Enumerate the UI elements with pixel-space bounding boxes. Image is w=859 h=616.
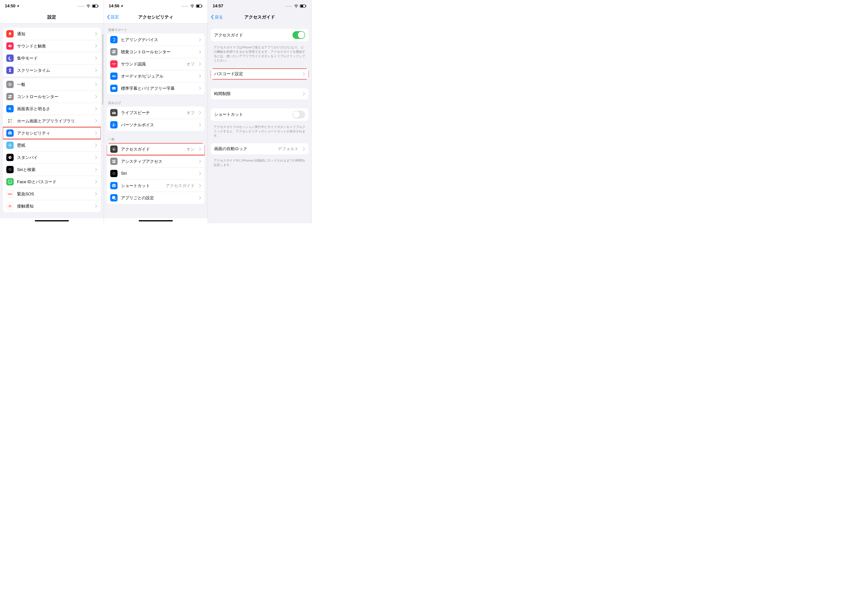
settings-row[interactable]: 画面の自動ロックデフォルト: [211, 143, 309, 154]
row-label: 時間制限: [214, 91, 300, 97]
row-label: 画面の自動ロック: [214, 146, 275, 151]
row-label: パスコード設定: [214, 71, 300, 76]
settings-row[interactable]: Siriと検索: [3, 164, 101, 176]
faceid-icon: [6, 178, 14, 186]
svg-rect-37: [112, 87, 116, 89]
settings-row[interactable]: アプリごとの設定: [107, 192, 205, 204]
chevron-right-icon: [199, 184, 201, 187]
chevron-right-icon: [199, 62, 201, 65]
settings-row[interactable]: 集中モード: [3, 52, 101, 64]
settings-group: アクセスガイド: [211, 29, 309, 41]
lock-dashed-icon: [110, 145, 117, 153]
content-scroll[interactable]: 聴覚サポートヒアリングデバイス聴覚コントロールセンターサウンド認識オフオーディオ…: [104, 23, 208, 218]
page-title: アクセシビリティ: [138, 14, 173, 20]
content-scroll[interactable]: 通知サウンドと触覚集中モードスクリーンタイム一般コントロールセンターAA画面表示…: [0, 23, 104, 218]
settings-row[interactable]: アシスティブアクセス: [107, 155, 205, 167]
settings-row[interactable]: 標準字幕とバリアフリー字幕: [107, 82, 205, 94]
svg-rect-10: [8, 119, 9, 120]
chevron-right-icon: [95, 32, 97, 36]
settings-row[interactable]: スクリーンタイム: [3, 64, 101, 76]
row-label: Face IDとパスコード: [17, 179, 92, 185]
settings-row[interactable]: 一般: [3, 78, 101, 90]
row-label: 壁紙: [17, 143, 92, 148]
settings-row[interactable]: Face IDとパスコード: [3, 176, 101, 188]
chevron-right-icon: [95, 83, 97, 86]
chevron-right-icon: [303, 147, 305, 151]
content-scroll[interactable]: アクセスガイドアクセスガイドではiPhoneで使えるアプリが1つだけになり、どの…: [208, 23, 311, 223]
chevron-left-icon: [211, 15, 214, 19]
svg-point-26: [9, 181, 9, 181]
status-time: 14:50: [5, 4, 15, 8]
row-label: ショートカット: [214, 112, 289, 117]
section-footer: アクセスガイドではiPhoneで使えるアプリが1つだけになり、どの機能を利用でき…: [208, 43, 311, 66]
settings-row[interactable]: アクセシビリティ: [3, 127, 101, 139]
settings-row[interactable]: 接触通知: [3, 200, 101, 212]
svg-point-18: [9, 146, 11, 147]
gear-icon: [6, 81, 14, 88]
chevron-right-icon: [95, 95, 97, 98]
chevron-right-icon: [199, 50, 201, 53]
settings-row[interactable]: ホーム画面とアプリライブラリ: [3, 115, 101, 127]
row-label: Siri: [121, 171, 196, 176]
settings-row[interactable]: SOS緊急SOS: [3, 188, 101, 200]
chevron-right-icon: [95, 168, 97, 171]
settings-row[interactable]: ショートカットアクセスガイド: [107, 179, 205, 192]
settings-row[interactable]: サウンド認識オフ: [107, 58, 205, 70]
settings-row[interactable]: ヒアリングデバイス: [107, 34, 205, 46]
settings-row[interactable]: ショートカット: [211, 108, 309, 121]
row-label: アクセシビリティ: [17, 130, 92, 136]
status-time: 14:57: [213, 4, 223, 8]
scrollbar[interactable]: [102, 34, 103, 104]
row-label: サウンド認識: [121, 61, 183, 67]
chevron-right-icon: [199, 196, 201, 200]
home-indicator[interactable]: [139, 220, 173, 221]
settings-row[interactable]: ライブスピーチオフ: [107, 106, 205, 119]
back-button[interactable]: 戻る: [211, 14, 223, 20]
row-label: Siriと検索: [17, 167, 92, 173]
battery-icon: [92, 5, 99, 8]
chevron-right-icon: [95, 156, 97, 159]
chevron-right-icon: [303, 72, 305, 76]
page-title: 設定: [47, 14, 56, 20]
settings-row[interactable]: 通知: [3, 28, 101, 40]
settings-row[interactable]: スタンバイ: [3, 151, 101, 164]
svg-point-7: [11, 97, 11, 98]
row-label: 標準字幕とバリアフリー字幕: [121, 86, 196, 91]
switches-icon: [110, 48, 117, 56]
settings-row[interactable]: アクセスガイド: [211, 29, 309, 41]
svg-point-55: [114, 198, 116, 200]
settings-group: パスコード設定: [211, 69, 309, 80]
row-label: 聴覚コントロールセンター: [121, 49, 196, 55]
settings-group: ショートカット: [211, 108, 309, 121]
settings-row[interactable]: オーディオ/ビジュアル: [107, 70, 205, 82]
settings-row[interactable]: 時間制限: [211, 88, 309, 100]
svg-rect-11: [11, 119, 12, 120]
back-button[interactable]: 設定: [107, 14, 119, 20]
settings-group: 通知サウンドと触覚集中モードスクリーンタイム: [3, 28, 101, 76]
settings-row[interactable]: サウンドと触覚: [3, 40, 101, 52]
toggle-switch[interactable]: [292, 31, 305, 39]
chevron-right-icon: [95, 204, 97, 208]
svg-point-20: [11, 145, 12, 146]
chevron-left-icon: [107, 15, 110, 19]
svg-point-27: [11, 181, 11, 181]
home-indicator[interactable]: [35, 220, 69, 221]
settings-row[interactable]: AA画面表示と明るさ: [3, 103, 101, 115]
row-label: ライブスピーチ: [121, 110, 183, 115]
siri-icon: [6, 166, 14, 173]
toggle-switch[interactable]: [292, 111, 305, 119]
exposure-icon: [6, 203, 14, 210]
settings-row[interactable]: アクセスガイドオン: [107, 143, 205, 155]
settings-row[interactable]: パーソナルボイス: [107, 119, 205, 131]
settings-row[interactable]: コントロールセンター: [3, 90, 101, 103]
settings-row[interactable]: 壁紙: [3, 139, 101, 151]
screen-settings: 14:50 •••• 設定 通知サウンドと触覚集中モードスクリーンタイム一般コン…: [0, 0, 104, 223]
settings-group: アクセスガイドオンアシスティブアクセスSiriショートカットアクセスガイドアプリ…: [107, 143, 205, 204]
audiovideo-icon: [110, 72, 117, 80]
settings-group: ヒアリングデバイス聴覚コントロールセンターサウンド認識オフオーディオ/ビジュアル…: [107, 34, 205, 94]
settings-row[interactable]: Siri: [107, 167, 205, 179]
settings-row[interactable]: パスコード設定: [211, 69, 309, 80]
svg-rect-39: [112, 113, 113, 113]
settings-row[interactable]: 聴覚コントロールセンター: [107, 46, 205, 58]
switches-icon: [6, 93, 14, 100]
